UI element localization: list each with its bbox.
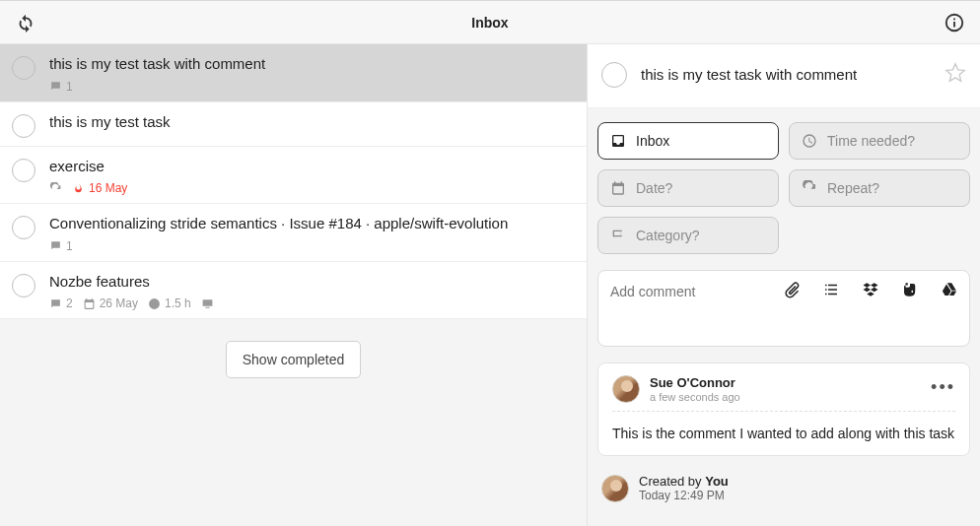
show-completed-button[interactable]: Show completed [226,341,362,378]
chip-label: Date? [636,180,672,196]
checklist-icon[interactable] [822,281,840,301]
chip-inbox[interactable]: Inbox [597,122,779,160]
task-complete-checkbox[interactable] [12,159,35,182]
evernote-icon[interactable] [901,281,919,301]
chip-time-needed[interactable]: Time needed? [789,122,970,160]
task-meta: 1 [49,80,575,94]
comments-count-icon: 1 [49,80,73,94]
task-complete-checkbox[interactable] [12,56,35,80]
task-meta: 16 May [49,181,575,195]
task-complete-checkbox[interactable] [12,114,35,138]
task-title: Conventionalizing stride semantics · Iss… [49,214,575,233]
task-meta: 226 May1.5 h [49,296,575,310]
attachment-icon[interactable] [783,281,801,301]
task-detail-pane: this is my test task with comment Inbox … [588,44,980,526]
sync-icon[interactable] [12,9,39,36]
comment-body: This is the comment I wanted to add alon… [612,412,955,443]
google-drive-icon[interactable] [941,281,958,301]
app-header: Inbox [0,0,980,44]
task-row[interactable]: Conventionalizing stride semantics · Iss… [0,204,587,262]
due-date: 26 May [83,296,138,310]
detail-header: this is my test task with comment [588,44,980,108]
task-title: this is my test task [49,112,575,132]
comment-menu-icon[interactable]: ••• [931,377,955,398]
chip-label: Time needed? [827,133,915,149]
task-complete-checkbox[interactable] [12,274,35,297]
created-by-time: Today 12:49 PM [639,489,729,502]
task-complete-checkbox[interactable] [12,216,35,239]
comments-count-icon: 2 [49,296,73,310]
task-meta: 1 [49,239,575,253]
task-title: Nozbe features [49,272,575,292]
task-title: this is my test task with comment [49,54,575,74]
page-title: Inbox [471,15,508,31]
created-by-row: Created by You Today 12:49 PM [597,474,970,502]
chip-repeat[interactable]: Repeat? [789,169,970,207]
recurring-icon [49,182,62,195]
chip-category[interactable]: Category? [597,217,779,254]
time-needed: 1.5 h [148,296,191,310]
task-row[interactable]: exercise16 May [0,147,587,205]
comment-author: Sue O'Connor [650,375,740,390]
info-icon[interactable] [941,9,968,36]
comment-card: Sue O'Connor a few seconds ago ••• This … [597,362,970,456]
task-list-pane: this is my test task with comment1this i… [0,44,588,526]
attribute-chips: Inbox Time needed? Date? Repeat? Categor… [588,108,980,254]
created-by-text: Created by You [639,474,729,489]
dropbox-icon[interactable] [862,281,879,301]
task-row[interactable]: this is my test task with comment1 [0,44,587,102]
screen-icon [201,297,214,310]
due-date: 16 May [72,181,127,195]
comment-input[interactable] [610,284,783,299]
task-row[interactable]: this is my test task [0,102,587,147]
detail-title: this is my test task with comment [641,66,931,83]
chip-label: Inbox [636,133,669,149]
comments-count-icon: 1 [49,239,73,253]
chip-label: Repeat? [827,180,879,196]
avatar [601,475,629,502]
comment-time: a few seconds ago [650,391,740,403]
avatar [612,375,640,403]
chip-label: Category? [636,228,700,243]
star-icon[interactable] [945,62,966,87]
task-title: exercise [49,157,575,176]
chip-date[interactable]: Date? [597,169,779,207]
task-row[interactable]: Nozbe features226 May1.5 h [0,262,587,320]
add-comment-box [597,270,970,347]
task-complete-checkbox[interactable] [601,62,627,88]
